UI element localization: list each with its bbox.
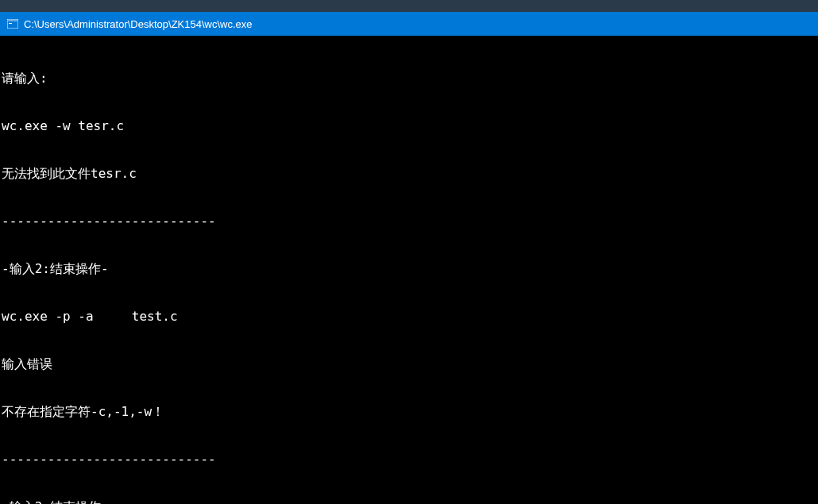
terminal-line: -输入2:结束操作- xyxy=(2,499,818,504)
window-title: C:\Users\Administrator\Desktop\ZK154\wc\… xyxy=(24,18,253,30)
terminal-line: wc.exe -p -a test.c xyxy=(2,309,818,325)
terminal-line: ---------------------------- xyxy=(2,452,818,467)
terminal-line: 不存在指定字符-c,-1,-w！ xyxy=(2,404,818,420)
terminal-output[interactable]: 请输入: wc.exe -w tesr.c 无法找到此文件tesr.c ----… xyxy=(0,36,818,504)
terminal-line: wc.exe -w tesr.c xyxy=(2,118,818,134)
terminal-line: -输入2:结束操作- xyxy=(2,261,818,277)
terminal-line: 输入错误 xyxy=(2,356,818,372)
terminal-line: 请输入: xyxy=(2,71,818,87)
console-icon xyxy=(6,17,19,30)
titlebar[interactable]: C:\Users\Administrator\Desktop\ZK154\wc\… xyxy=(0,12,818,36)
terminal-line: ---------------------------- xyxy=(2,214,818,229)
terminal-line: 无法找到此文件tesr.c xyxy=(2,166,818,182)
svg-rect-2 xyxy=(9,23,12,24)
svg-rect-1 xyxy=(8,20,17,21)
console-window: C:\Users\Administrator\Desktop\ZK154\wc\… xyxy=(0,12,818,504)
